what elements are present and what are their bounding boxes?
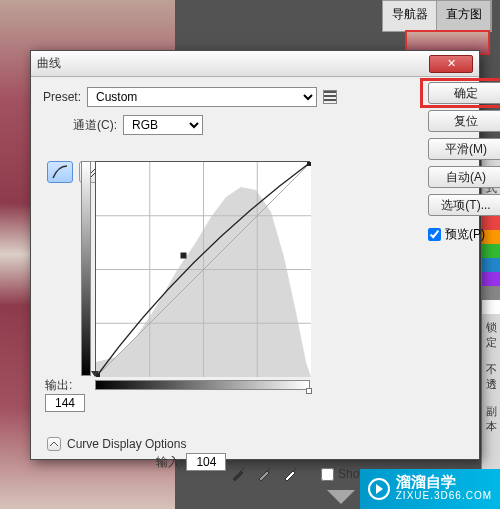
white-point-eyedropper-icon[interactable] — [283, 465, 299, 481]
reset-button[interactable]: 复位 — [428, 110, 500, 132]
label-opaque: 不透 — [482, 356, 500, 398]
output-gradient-bar — [81, 161, 91, 376]
options-button[interactable]: 选项(T)... — [428, 194, 500, 216]
preview-input[interactable] — [428, 228, 441, 241]
footer-chevron-icon — [327, 490, 355, 504]
preview-checkbox[interactable]: 预览(P) — [428, 226, 500, 243]
eyedropper-row — [231, 465, 299, 481]
panel-tabs: 导航器 直方图 — [382, 0, 492, 32]
watermark-name: 溜溜自学 — [396, 475, 492, 489]
black-point-eyedropper-icon[interactable] — [231, 465, 247, 481]
auto-button[interactable]: 自动(A) — [428, 166, 500, 188]
curve-tool-button[interactable] — [47, 161, 73, 183]
watermark: 溜溜自学 ZIXUE.3D66.COM — [360, 469, 500, 509]
tab-histogram[interactable]: 直方图 — [437, 1, 491, 31]
input-input[interactable] — [186, 453, 226, 471]
dialog-title: 曲线 — [37, 55, 429, 72]
swatch[interactable] — [482, 286, 500, 300]
dialog-button-column: 确定 复位 平滑(M) 自动(A) 选项(T)... 预览(P) — [428, 82, 500, 243]
channel-label: 通道(C): — [73, 117, 117, 134]
label-lock: 锁定 — [482, 314, 500, 356]
curve-grid[interactable] — [95, 161, 310, 376]
svg-rect-8 — [181, 253, 187, 259]
input-box: 输入: — [156, 453, 226, 471]
preset-select[interactable]: Custom — [87, 87, 317, 107]
input-gradient-bar — [95, 380, 310, 390]
smooth-button[interactable]: 平滑(M) — [428, 138, 500, 160]
close-button[interactable]: ✕ — [429, 55, 473, 73]
swatch[interactable] — [482, 258, 500, 272]
svg-rect-10 — [307, 162, 311, 166]
dialog-titlebar[interactable]: 曲线 ✕ — [31, 51, 479, 77]
output-input[interactable] — [45, 394, 85, 412]
ok-button[interactable]: 确定 — [428, 82, 500, 104]
watermark-url: ZIXUE.3D66.COM — [396, 489, 492, 503]
preset-menu-icon[interactable] — [323, 90, 337, 104]
swatch[interactable] — [482, 300, 500, 314]
curve-box[interactable] — [95, 161, 310, 376]
gray-point-eyedropper-icon[interactable] — [257, 465, 273, 481]
input-slider-black[interactable] — [91, 371, 99, 377]
channel-select[interactable]: RGB — [123, 115, 203, 135]
curves-dialog: 曲线 ✕ Preset: Custom 通道(C): RGB — [30, 50, 480, 460]
output-label: 输出: — [45, 377, 85, 394]
show-clipping-input[interactable] — [321, 468, 334, 481]
curve-svg[interactable] — [96, 162, 311, 377]
preset-label: Preset: — [43, 90, 81, 104]
curve-display-options[interactable]: Curve Display Options — [47, 437, 186, 451]
tab-navigator[interactable]: 导航器 — [383, 1, 437, 31]
label-copy: 副本 — [482, 398, 500, 440]
curves-graph-area — [95, 161, 310, 376]
swatch[interactable] — [482, 272, 500, 286]
output-box: 输出: — [45, 377, 85, 412]
swatch[interactable] — [482, 244, 500, 258]
play-icon — [368, 478, 390, 500]
input-slider-white[interactable] — [306, 388, 312, 394]
chevron-down-icon[interactable] — [47, 437, 61, 451]
input-label: 输入: — [156, 455, 183, 469]
